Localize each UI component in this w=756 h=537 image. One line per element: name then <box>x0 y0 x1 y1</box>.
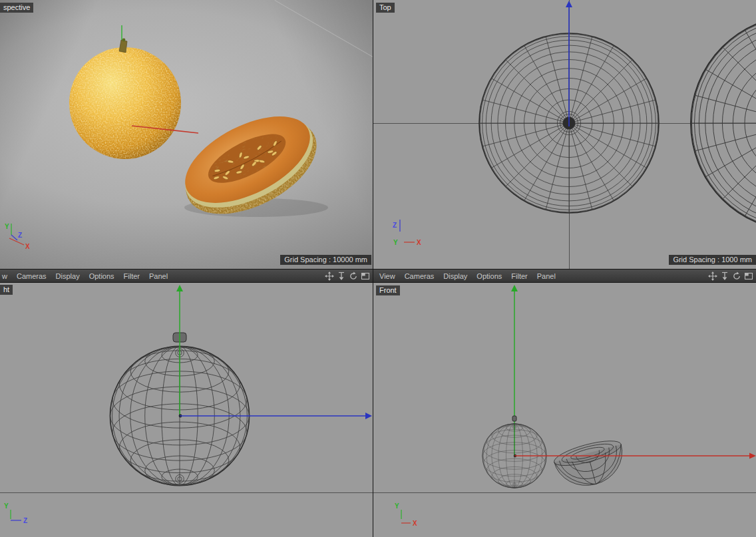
stem-wireframe <box>510 414 518 422</box>
menu-view[interactable]: w <box>2 272 7 280</box>
half-melon-wireframe-top <box>679 3 756 243</box>
gizmo-z-label: Z <box>18 232 22 239</box>
viewport-front[interactable]: Y X Front <box>373 283 756 537</box>
x-axis-handle[interactable] <box>513 451 756 460</box>
viewport-toolbar <box>707 271 754 281</box>
menu-panel[interactable]: Panel <box>149 272 168 280</box>
toggle-view-icon[interactable] <box>743 271 753 281</box>
menu-filter[interactable]: Filter <box>511 272 527 280</box>
viewport-name-badge: Front <box>376 285 400 295</box>
stem-tip <box>122 39 126 42</box>
rotate-icon[interactable] <box>348 271 358 281</box>
menu-filter[interactable]: Filter <box>124 272 140 280</box>
z-axis-handle[interactable] <box>564 0 574 128</box>
menu-options[interactable]: Options <box>89 272 114 280</box>
z-axis-handle[interactable] <box>178 411 373 421</box>
menu-display[interactable]: Display <box>56 272 80 280</box>
menu-panel[interactable]: Panel <box>537 272 556 280</box>
zoom-icon[interactable] <box>719 271 729 281</box>
ground-line <box>373 492 756 493</box>
gizmo-y-label: Y <box>395 502 399 510</box>
gizmo-x-label: X <box>417 239 421 246</box>
rotate-icon[interactable] <box>731 271 741 281</box>
axis-gizmo: Y Z <box>1 501 35 528</box>
gizmo-y-label: Y <box>4 502 9 510</box>
gizmo-y-label: Y <box>393 239 398 246</box>
menu-view[interactable]: View <box>379 272 395 280</box>
viewport-menubar-left: w Cameras Display Options Filter Panel <box>0 269 373 283</box>
gizmo-z-label: Z <box>393 222 397 229</box>
viewport-toolbar <box>324 271 371 281</box>
viewport-menubar-right: View Cameras Display Options Filter Pane… <box>373 269 756 283</box>
perspective-scene <box>0 0 373 269</box>
y-axis-handle[interactable] <box>175 284 184 419</box>
grid-spacing-label: Grid Spacing : 1000 mm <box>669 255 756 265</box>
viewport-right[interactable]: Y Z ht <box>0 283 373 537</box>
gizmo-x-label: X <box>413 520 417 527</box>
ground-line <box>0 492 373 493</box>
quad-viewport-layout: Y Z X spective Grid Spacing : 10000 mm Z… <box>0 0 756 537</box>
viewport-name-badge: ht <box>0 285 13 295</box>
gizmo-z-label: Z <box>23 517 27 524</box>
toggle-view-icon[interactable] <box>360 271 370 281</box>
menu-cameras[interactable]: Cameras <box>405 272 435 280</box>
melon-whole[interactable] <box>69 39 181 159</box>
gizmo-x-label: X <box>25 243 30 250</box>
viewport-name-badge: Top <box>376 3 395 13</box>
menu-cameras[interactable]: Cameras <box>17 272 47 280</box>
pan-icon[interactable] <box>707 271 717 281</box>
grid-spacing-label: Grid Spacing : 10000 mm <box>280 255 371 265</box>
viewport-top[interactable]: Z Y X Top Grid Spacing : 1000 mm <box>373 0 756 269</box>
menu-options[interactable]: Options <box>476 272 502 280</box>
menu-display[interactable]: Display <box>443 272 467 280</box>
viewport-perspective[interactable]: Y Z X spective Grid Spacing : 10000 mm <box>0 0 373 269</box>
zoom-icon[interactable] <box>336 271 346 281</box>
gizmo-y-label: Y <box>5 223 9 230</box>
axis-gizmo: Y Z X <box>1 220 39 252</box>
axis-gizmo: Z Y X <box>391 217 431 250</box>
pan-icon[interactable] <box>324 271 334 281</box>
axis-gizmo: Y X <box>392 501 432 530</box>
melon-stem <box>119 40 127 53</box>
viewport-name-badge: spective <box>0 3 33 13</box>
